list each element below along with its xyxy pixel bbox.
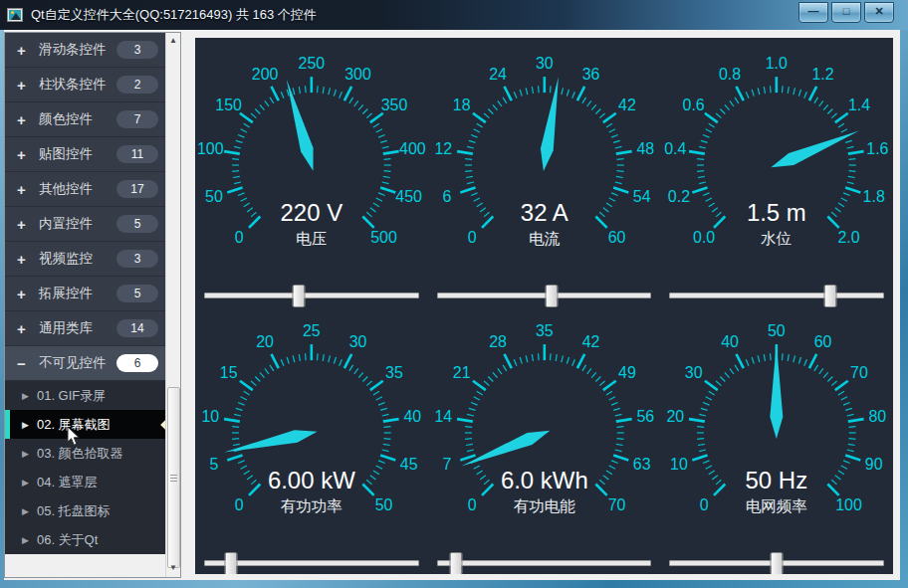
gauge-value: 6.00 kW xyxy=(268,467,355,493)
sidebar-subitem[interactable]: ▶02. 屏幕截图 xyxy=(5,410,166,439)
slider-handle[interactable] xyxy=(545,285,558,307)
expand-icon: + xyxy=(17,112,32,127)
sidebar-group[interactable]: +柱状条控件2 xyxy=(5,68,166,102)
scrollbar-thumb[interactable] xyxy=(167,387,180,568)
gauge-slider[interactable] xyxy=(428,284,661,305)
client-area: +滑动条控件3+柱状条控件2+颜色控件7+贴图控件11+其他控件17+内置控件5… xyxy=(4,30,900,580)
slider-track[interactable] xyxy=(437,560,652,566)
close-icon[interactable]: ✕ xyxy=(864,2,894,23)
slider-handle[interactable] xyxy=(224,552,237,574)
svg-text:35: 35 xyxy=(385,364,403,381)
gauge: 0102030405060708090100 50 Hz 电网频率 xyxy=(660,305,893,551)
sidebar-group[interactable]: +滑动条控件3 xyxy=(5,33,166,68)
gauge-value: 50 Hz xyxy=(746,467,808,493)
svg-text:42: 42 xyxy=(581,333,599,350)
svg-text:12: 12 xyxy=(434,140,452,157)
scroll-down-icon[interactable]: ▼ xyxy=(166,560,180,575)
svg-text:1.2: 1.2 xyxy=(812,66,834,83)
svg-text:1.8: 1.8 xyxy=(863,188,885,205)
svg-text:25: 25 xyxy=(303,322,321,339)
gauge-title: 电网频率 xyxy=(746,497,807,514)
gauge-title: 电压 xyxy=(296,230,327,247)
slider-track[interactable] xyxy=(204,560,419,566)
gauge: 07142128354249566370 6.0 kWh 有功电能 xyxy=(428,305,661,551)
sidebar-group[interactable]: +通用类库14 xyxy=(5,311,166,346)
svg-text:54: 54 xyxy=(632,188,650,205)
svg-text:14: 14 xyxy=(434,408,452,425)
count-badge: 7 xyxy=(116,110,158,128)
expand-icon: + xyxy=(17,321,32,336)
chevron-right-icon: ▶ xyxy=(22,449,29,459)
sidebar-group[interactable]: +视频监控3 xyxy=(5,242,166,277)
gauge: 0.00.20.40.60.81.01.21.41.61.82.0 1.5 m … xyxy=(660,38,893,284)
svg-text:42: 42 xyxy=(618,97,636,113)
svg-text:50: 50 xyxy=(768,322,786,339)
svg-text:0.8: 0.8 xyxy=(719,66,741,83)
gauge-slider[interactable] xyxy=(195,284,428,305)
gauge: 05101520253035404550 6.00 kW 有功功率 xyxy=(195,305,428,551)
count-badge: 17 xyxy=(116,180,158,198)
svg-text:10: 10 xyxy=(670,456,688,473)
title-bar: Qt自定义控件大全(QQ:517216493) 共 163 个控件 — □ ✕ xyxy=(0,0,908,30)
collapse-icon: − xyxy=(17,356,32,371)
svg-text:100: 100 xyxy=(197,140,224,157)
maximize-icon[interactable]: □ xyxy=(831,2,861,23)
slider-track[interactable] xyxy=(669,560,884,566)
slider-track[interactable] xyxy=(437,293,652,298)
svg-text:56: 56 xyxy=(636,408,654,425)
count-badge: 5 xyxy=(116,285,158,302)
sidebar-group[interactable]: +其他控件17 xyxy=(5,172,166,207)
count-badge: 11 xyxy=(116,145,158,163)
gauge: 06121824303642485460 32 A 电流 xyxy=(428,38,661,284)
sidebar-subitem[interactable]: ▶03. 颜色拾取器 xyxy=(5,439,166,468)
gauge-slider[interactable] xyxy=(195,551,428,573)
gauge-slider[interactable] xyxy=(660,284,893,305)
svg-text:20: 20 xyxy=(667,408,685,425)
slider-handle[interactable] xyxy=(771,552,784,574)
chevron-right-icon: ▶ xyxy=(22,420,29,430)
svg-text:18: 18 xyxy=(452,97,470,113)
sidebar-group-label: 贴图控件 xyxy=(39,145,116,163)
sidebar-group[interactable]: +内置控件5 xyxy=(5,207,166,242)
sidebar-group[interactable]: +拓展控件5 xyxy=(5,277,166,311)
svg-text:0.2: 0.2 xyxy=(668,188,690,205)
expand-icon: + xyxy=(17,78,32,93)
sidebar-subitem[interactable]: ▶05. 托盘图标 xyxy=(5,496,166,525)
sidebar-group[interactable]: +颜色控件7 xyxy=(5,102,166,137)
svg-text:49: 49 xyxy=(618,364,636,381)
sidebar-group[interactable]: +贴图控件11 xyxy=(5,137,166,172)
sidebar-group-label: 拓展控件 xyxy=(39,285,116,302)
slider-handle[interactable] xyxy=(450,552,463,574)
svg-text:200: 200 xyxy=(252,66,279,83)
gauge-slider[interactable] xyxy=(428,551,661,573)
count-badge: 3 xyxy=(116,250,158,268)
scrollbar-grip xyxy=(170,478,177,479)
slider-handle[interactable] xyxy=(293,285,306,307)
chevron-right-icon: ▶ xyxy=(22,478,29,488)
count-badge: 5 xyxy=(116,215,158,233)
sidebar-subitem-label: 02. 屏幕截图 xyxy=(37,416,111,434)
slider-track[interactable] xyxy=(669,293,884,298)
slider-handle[interactable] xyxy=(823,285,836,307)
gauge-panel: 050100150200250300350400450500 220 V 电压 … xyxy=(195,38,893,574)
sidebar-group[interactable]: −不可见控件6 xyxy=(5,346,166,381)
svg-text:60: 60 xyxy=(814,333,832,350)
sidebar-scrollbar[interactable]: ▲ ▼ xyxy=(165,33,180,577)
sidebar-subitem-label: 01. GIF录屏 xyxy=(37,387,106,405)
scroll-up-icon[interactable]: ▲ xyxy=(166,33,180,48)
slider-track[interactable] xyxy=(204,293,419,298)
svg-text:1.4: 1.4 xyxy=(848,97,870,113)
count-badge: 14 xyxy=(116,319,158,337)
gauge-slider[interactable] xyxy=(660,551,893,573)
minimize-icon[interactable]: — xyxy=(798,2,828,23)
sidebar-subitem[interactable]: ▶01. GIF录屏 xyxy=(5,381,166,410)
svg-text:100: 100 xyxy=(836,496,863,513)
svg-text:48: 48 xyxy=(636,140,654,157)
chevron-right-icon: ▶ xyxy=(22,535,29,545)
expand-icon: + xyxy=(17,147,32,162)
sidebar-subitem[interactable]: ▶06. 关于Qt xyxy=(5,525,166,554)
sidebar-subitem[interactable]: ▶04. 遮罩层 xyxy=(5,468,166,496)
gauge-value: 6.0 kWh xyxy=(501,467,588,493)
svg-text:50: 50 xyxy=(205,188,223,205)
gauge-title: 水位 xyxy=(761,230,793,247)
